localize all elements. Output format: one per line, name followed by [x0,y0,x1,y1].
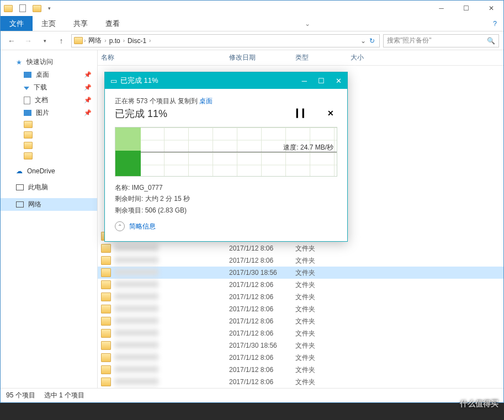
address-bar[interactable]: › 网络 › p.to › Disc-1 › ⌄ ↻ [71,34,380,47]
back-button[interactable]: ← [5,34,18,47]
watermark: 什么值得买 [460,399,498,409]
table-row[interactable]: 2017/1/30 18:56 文件夹 [98,267,503,279]
table-row[interactable]: 2017/1/12 8:06 文件夹 [98,291,503,303]
ribbon-tab-home[interactable]: 主页 [33,16,65,31]
copy-dest-link[interactable]: 桌面 [199,97,213,105]
file-name [114,329,229,338]
pc-icon [16,184,24,190]
sidebar-item[interactable] [1,151,97,161]
sidebar-item[interactable] [1,140,97,151]
dialog-maximize-button[interactable]: ☐ [318,77,325,85]
search-input[interactable]: 搜索"照片备份" 🔍 [383,34,499,47]
table-row[interactable]: 2017/1/12 8:06 文件夹 [98,352,503,364]
table-row[interactable]: 2017/1/12 8:06 文件夹 [98,279,503,291]
column-date[interactable]: 修改日期 [229,53,295,62]
sidebar-quick-access[interactable]: ★快速访问 [1,56,97,68]
pictures-icon [24,110,31,116]
table-row[interactable]: 2017/1/30 18:56 文件夹 [98,339,503,352]
chevron-right-icon[interactable]: › [104,38,106,44]
file-date: 2017/1/12 8:06 [229,293,295,301]
forward-button[interactable]: → [22,34,35,47]
recent-dropdown-icon[interactable]: ▾ [38,34,51,47]
breadcrumb[interactable]: Disc-1 [126,37,148,45]
folder-icon [101,317,111,326]
column-name[interactable]: 名称 [101,53,229,62]
table-row[interactable]: 2017/1/12 8:06 文件夹 [98,327,503,339]
file-name [114,366,229,374]
dialog-titlebar[interactable]: ▭ 已完成 11% ─ ☐ ✕ [105,72,347,89]
meta-remaining: 剩余项目: 506 (2.83 GB) [115,205,337,216]
refresh-button[interactable]: ↻ [367,37,377,45]
chevron-right-icon[interactable]: › [149,38,151,44]
sidebar-item-documents[interactable]: 文档📌 [1,94,97,107]
ribbon-tab-share[interactable]: 共享 [65,16,97,31]
cancel-button[interactable]: ✕ [327,109,334,118]
sidebar-item-downloads[interactable]: 下载📌 [1,81,97,94]
sidebar-item-desktop[interactable]: 桌面📌 [1,68,97,81]
search-icon[interactable]: 🔍 [487,37,495,45]
file-name [114,293,229,301]
sidebar-network[interactable]: 网络 [1,198,97,211]
dialog-close-button[interactable]: ✕ [336,77,342,85]
table-row[interactable]: 2017/1/12 8:06 文件夹 [98,242,503,254]
sidebar-onedrive[interactable]: ☁OneDrive [1,166,97,177]
maximize-button[interactable]: ☐ [454,1,479,16]
table-row[interactable]: 2017/1/12 8:06 文件夹 [98,364,503,376]
speed-chart: 速度: 24.7 MB/秒 [115,127,337,177]
collapse-label: 简略信息 [129,222,156,231]
folder-icon [101,280,111,289]
ribbon-collapse-icon[interactable]: ⌄ [298,16,317,31]
dialog-minimize-button[interactable]: ─ [302,77,307,85]
file-type: 文件夹 [295,341,351,350]
column-size[interactable]: 大小 [351,53,395,62]
sidebar-item[interactable] [1,119,97,130]
qat-newfolder-icon[interactable] [33,5,41,12]
speed-label: 速度: 24.7 MB/秒 [283,143,333,152]
up-button[interactable]: ↑ [55,34,68,47]
qat-dropdown-icon[interactable]: ▾ [48,6,51,11]
chevron-right-icon[interactable]: › [84,38,86,44]
table-row[interactable]: 2017/1/12 8:06 文件夹 [98,254,503,267]
column-type[interactable]: 类型 [295,53,351,62]
close-button[interactable]: ✕ [479,1,503,16]
minimize-button[interactable]: ─ [429,1,454,16]
ribbon-tab-view[interactable]: 查看 [97,16,129,31]
ribbon-file-tab[interactable]: 文件 [1,16,33,31]
file-name [114,244,229,253]
file-name [114,378,229,386]
file-date: 2017/1/12 8:06 [229,244,295,252]
sidebar-item[interactable] [1,130,97,140]
file-name [114,342,229,350]
sidebar-label: 下载 [34,83,47,92]
file-type: 文件夹 [295,244,351,253]
chevron-right-icon[interactable]: › [123,38,125,44]
pause-button[interactable]: ▎▎ [296,109,309,118]
ribbon: 文件 主页 共享 查看 ⌄ ? [1,16,503,31]
qat-properties-icon[interactable] [19,4,26,12]
folder-icon [101,378,111,386]
sidebar-label: 文档 [35,95,48,105]
table-row[interactable]: 2017/1/12 8:06 文件夹 [98,303,503,315]
meta-name: 名称: IMG_0777 [115,182,337,193]
file-date: 2017/1/12 8:06 [229,366,295,374]
sidebar-item-pictures[interactable]: 图片📌 [1,107,97,119]
folder-icon [101,293,111,301]
file-date: 2017/1/12 8:06 [229,354,295,361]
breadcrumb[interactable]: 网络 [87,36,103,45]
file-date: 2017/1/12 8:06 [229,378,295,386]
file-type: 文件夹 [295,378,351,387]
address-icon [74,37,83,44]
sidebar-this-pc[interactable]: 此电脑 [1,181,97,194]
folder-icon [101,353,111,362]
meta-time: 剩余时间: 大约 2 分 15 秒 [115,193,337,204]
copy-description: 正在将 573 个项目从 复制到 桌面 [115,97,337,106]
breadcrumb[interactable]: p.to [108,37,122,45]
address-dropdown-icon[interactable]: ⌄ [360,37,366,45]
collapse-toggle[interactable]: ⌃ 简略信息 [115,221,337,233]
copy-progress-heading: 已完成 11% [115,107,167,120]
table-row[interactable]: 2017/1/12 8:06 文件夹 [98,376,503,388]
folder-icon [24,121,33,128]
table-row[interactable]: 2017/1/12 8:06 文件夹 [98,315,503,327]
file-name [114,305,229,313]
help-icon[interactable]: ? [486,16,503,31]
